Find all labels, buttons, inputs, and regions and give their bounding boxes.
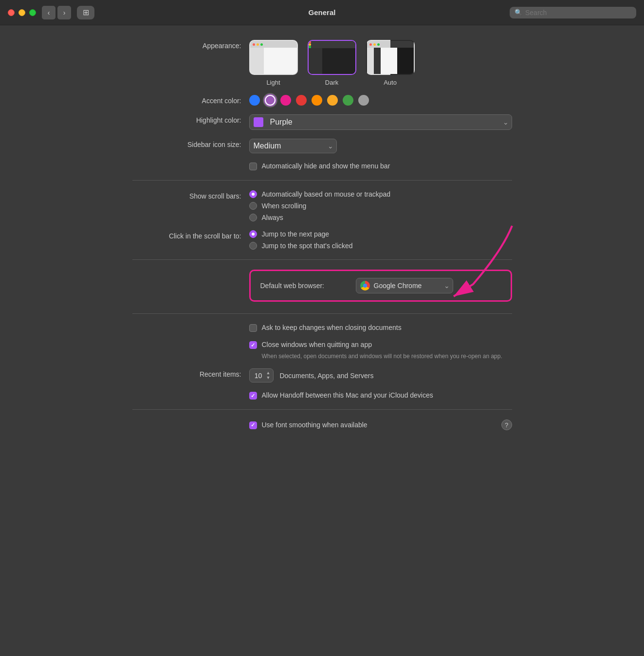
spinner-down-icon[interactable]: ▼ xyxy=(266,376,271,380)
menu-bar-row: Automatically hide and show the menu bar xyxy=(132,162,512,170)
maximize-button[interactable] xyxy=(29,9,36,16)
scroll-bars-always-row: Always xyxy=(249,214,512,221)
minimize-button[interactable] xyxy=(18,9,25,16)
close-button[interactable] xyxy=(8,9,15,16)
click-scroll-bar-label: Click in the scroll bar to: xyxy=(132,230,249,240)
appearance-option-dark[interactable]: Dark xyxy=(308,40,356,86)
font-smoothing-checkbox-row: Use font smoothing when available xyxy=(249,421,368,429)
chevron-down-icon: ⌄ xyxy=(503,118,509,126)
spinner-up-icon[interactable]: ▲ xyxy=(266,371,271,375)
scroll-bars-scrolling-radio[interactable] xyxy=(249,202,257,210)
font-smoothing-row-label xyxy=(132,419,249,421)
sidebar-icon-size-value: Medium xyxy=(254,142,281,150)
settings-content: Appearance: xyxy=(103,25,541,458)
search-bar: 🔍 xyxy=(510,7,636,18)
thumb-body-dark xyxy=(309,48,355,75)
allow-handoff-content: Allow Handoff between this Mac and your … xyxy=(249,391,512,400)
ask-keep-changes-checkbox-row: Ask to keep changes when closing documen… xyxy=(249,324,512,332)
click-scroll-bar-row: Click in the scroll bar to: Jump to the … xyxy=(132,230,512,250)
close-windows-row: Close windows when quitting an app When … xyxy=(132,341,512,360)
sidebar-size-chevron-icon: ⌄ xyxy=(328,142,333,150)
sidebar-icon-size-content: Medium ⌄ xyxy=(249,139,512,153)
click-scroll-spot-radio[interactable] xyxy=(249,242,257,250)
help-button[interactable]: ? xyxy=(501,419,512,430)
accent-dot-purple[interactable] xyxy=(265,95,276,106)
ask-keep-changes-label: Ask to keep changes when closing documen… xyxy=(262,324,402,331)
recent-items-inner: 10 ▲ ▼ Documents, Apps, and Servers xyxy=(249,368,512,383)
thumb-content-auto xyxy=(381,48,414,75)
show-scroll-bars-row: Show scroll bars: Automatically based on… xyxy=(132,190,512,221)
menu-bar-label xyxy=(132,162,249,164)
scroll-bars-always-radio[interactable] xyxy=(249,214,257,221)
search-input[interactable] xyxy=(525,9,631,17)
click-scroll-next-page-row: Jump to the next page xyxy=(249,230,512,238)
highlight-color-value: Purple xyxy=(270,118,293,127)
nav-buttons: ‹ › xyxy=(42,6,71,19)
show-scroll-bars-options: Automatically based on mouse or trackpad… xyxy=(249,190,512,221)
thumb-sidebar-light xyxy=(250,48,264,75)
ask-keep-changes-row-label xyxy=(132,324,249,326)
appearance-content: Light Dark xyxy=(249,40,512,86)
scroll-bars-auto-radio[interactable] xyxy=(249,190,257,198)
highlight-color-row: Highlight color: Purple ⌄ xyxy=(132,114,512,130)
allow-handoff-row: Allow Handoff between this Mac and your … xyxy=(132,391,512,400)
accent-dot-pink[interactable] xyxy=(280,95,291,106)
scroll-bars-always-label: Always xyxy=(262,214,283,221)
accent-dot-orange[interactable] xyxy=(312,95,322,106)
ask-keep-changes-row: Ask to keep changes when closing documen… xyxy=(132,324,512,332)
allow-handoff-row-label xyxy=(132,391,249,393)
accent-dot-yellow[interactable] xyxy=(327,95,338,106)
show-scroll-bars-label: Show scroll bars: xyxy=(132,190,249,200)
sidebar-icon-size-select[interactable]: Medium ⌄ xyxy=(249,139,337,153)
back-button[interactable]: ‹ xyxy=(42,6,55,19)
appearance-option-light[interactable]: Light xyxy=(249,40,298,86)
menu-bar-checkbox[interactable] xyxy=(249,163,257,170)
font-smoothing-checkbox[interactable] xyxy=(249,421,257,429)
accent-dot-blue[interactable] xyxy=(249,95,260,106)
divider-2 xyxy=(132,259,512,260)
thumb-tl-r-auto xyxy=(369,43,372,46)
grid-button[interactable]: ⊞ xyxy=(77,6,94,19)
click-scroll-bar-options: Jump to the next page Jump to the spot t… xyxy=(249,230,512,250)
appearance-row: Appearance: xyxy=(132,40,512,86)
close-windows-checkbox[interactable] xyxy=(249,341,257,349)
highlight-color-content: Purple ⌄ xyxy=(249,114,512,130)
appearance-option-auto[interactable]: Auto xyxy=(366,40,415,86)
default-browser-label: Default web browser: xyxy=(260,282,348,290)
font-smoothing-label: Use font smoothing when available xyxy=(262,421,368,429)
default-browser-select[interactable]: Google Chrome ⌄ xyxy=(356,278,453,293)
thumb-tl-g xyxy=(260,43,263,46)
default-browser-row-label xyxy=(132,270,249,272)
show-scroll-bars-content: Automatically based on mouse or trackpad… xyxy=(249,190,512,221)
thumb-tl-g-auto xyxy=(377,43,380,46)
accent-dot-graphite[interactable] xyxy=(358,95,369,106)
thumb-titlebar-light xyxy=(250,41,297,48)
font-smoothing-content: Use font smoothing when available ? xyxy=(249,419,512,430)
highlight-color-label: Highlight color: xyxy=(132,114,249,124)
thumb-sidebar-dark xyxy=(309,48,322,75)
sidebar-icon-size-row: Sidebar icon size: Medium ⌄ xyxy=(132,139,512,153)
appearance-thumb-light xyxy=(249,40,298,75)
ask-keep-changes-content: Ask to keep changes when closing documen… xyxy=(249,324,512,332)
forward-button[interactable]: › xyxy=(57,6,71,19)
highlight-color-select[interactable]: Purple ⌄ xyxy=(249,114,512,130)
recent-items-spinner[interactable]: 10 ▲ ▼ xyxy=(249,368,274,383)
menu-bar-checkbox-row: Automatically hide and show the menu bar xyxy=(249,162,512,170)
window-title: General xyxy=(309,8,336,17)
click-scroll-next-page-radio[interactable] xyxy=(249,230,257,238)
ask-keep-changes-checkbox[interactable] xyxy=(249,324,257,332)
accent-dot-red[interactable] xyxy=(296,95,307,106)
close-windows-subtitle-text: When selected, open documents and window… xyxy=(262,353,502,360)
thumb-tl-r xyxy=(253,43,255,46)
font-smoothing-row: Use font smoothing when available ? xyxy=(132,419,512,430)
accent-color-label: Accent color: xyxy=(132,95,249,105)
allow-handoff-checkbox[interactable] xyxy=(249,392,257,400)
thumb-body-light xyxy=(250,48,297,75)
appearance-options: Light Dark xyxy=(249,40,512,86)
accent-dot-green[interactable] xyxy=(343,95,353,106)
thumb-content-dark xyxy=(322,48,355,75)
search-icon: 🔍 xyxy=(515,9,522,16)
highlight-color-swatch xyxy=(254,117,263,127)
appearance-thumb-auto xyxy=(366,40,415,75)
divider-1 xyxy=(132,180,512,181)
